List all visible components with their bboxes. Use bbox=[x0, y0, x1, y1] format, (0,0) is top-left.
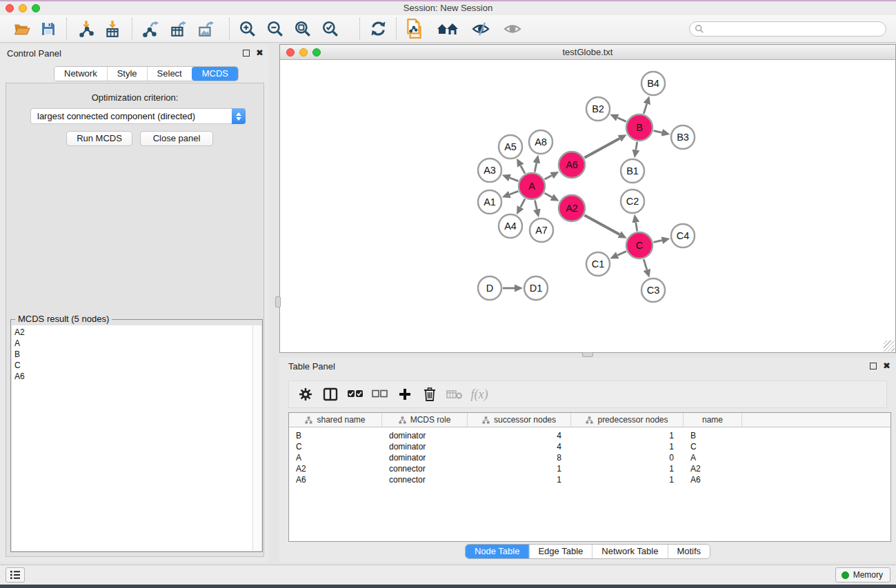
table-cell[interactable]: 1 bbox=[571, 474, 684, 485]
hide-panels-button[interactable] bbox=[471, 19, 490, 39]
export-network-button[interactable] bbox=[141, 19, 160, 39]
graph-node-C3[interactable]: C3 bbox=[641, 278, 665, 302]
table-cell[interactable]: A bbox=[289, 452, 382, 463]
zoom-selected-button[interactable] bbox=[321, 19, 340, 39]
graph-node-C[interactable]: C bbox=[626, 232, 653, 258]
graph-node-A7[interactable]: A7 bbox=[530, 219, 553, 242]
float-table-panel-icon[interactable] bbox=[870, 363, 877, 369]
table-cell[interactable]: 1 bbox=[571, 430, 684, 441]
table-row[interactable]: A2connector11A2 bbox=[289, 463, 890, 474]
table-cell[interactable]: A2 bbox=[684, 463, 742, 474]
graph-node-B2[interactable]: B2 bbox=[586, 97, 610, 121]
graph-node-B3[interactable]: B3 bbox=[671, 125, 695, 149]
table-cell[interactable]: 0 bbox=[571, 452, 684, 463]
deselect-all-button[interactable] bbox=[368, 384, 392, 405]
close-panel-button[interactable]: Close panel bbox=[140, 131, 213, 146]
graph-node-A4[interactable]: A4 bbox=[499, 214, 522, 238]
delete-row-button[interactable] bbox=[417, 384, 442, 405]
mcds-result-scrollbar[interactable] bbox=[252, 325, 261, 551]
close-panel-icon[interactable]: ✖ bbox=[256, 48, 263, 57]
graph-node-C4[interactable]: C4 bbox=[671, 224, 695, 247]
show-all-networks-button[interactable] bbox=[435, 19, 460, 39]
table-row[interactable]: Bdominator41B bbox=[289, 430, 890, 441]
tab-mcds[interactable]: MCDS bbox=[192, 67, 238, 81]
save-session-button[interactable] bbox=[39, 19, 58, 39]
export-image-button[interactable] bbox=[196, 19, 215, 39]
graph-node-B[interactable]: B bbox=[626, 114, 653, 141]
tab-network-table[interactable]: Network Table bbox=[592, 545, 667, 558]
table-cell[interactable]: connector bbox=[382, 474, 468, 485]
minimize-window-button[interactable] bbox=[19, 4, 27, 12]
close-table-panel-icon[interactable]: ✖ bbox=[883, 361, 890, 370]
table-cell[interactable]: 1 bbox=[571, 463, 684, 474]
table-cell[interactable]: dominator bbox=[382, 452, 468, 463]
table-cell[interactable]: A2 bbox=[289, 463, 382, 474]
graph-node-A2[interactable]: A2 bbox=[559, 195, 585, 221]
column-header-predecessor-nodes[interactable]: predecessor nodes bbox=[571, 413, 684, 427]
graph-node-D1[interactable]: D1 bbox=[524, 276, 548, 300]
select-all-button[interactable] bbox=[343, 384, 368, 405]
run-mcds-button[interactable]: Run MCDS bbox=[66, 131, 132, 146]
show-columns-button[interactable] bbox=[318, 384, 343, 405]
table-cell[interactable]: A6 bbox=[684, 474, 742, 485]
zoom-in-button[interactable] bbox=[238, 19, 257, 39]
float-panel-icon[interactable] bbox=[243, 50, 250, 57]
graph-node-A8[interactable]: A8 bbox=[529, 130, 552, 154]
tab-node-table[interactable]: Node Table bbox=[466, 545, 529, 558]
criterion-select[interactable]: largest connected component (directed) bbox=[30, 108, 246, 124]
graph-node-A3[interactable]: A3 bbox=[478, 159, 501, 182]
column-header-name[interactable]: name bbox=[684, 413, 742, 427]
open-session-button[interactable] bbox=[12, 19, 32, 39]
zoom-fit-button[interactable] bbox=[293, 19, 312, 39]
minimize-network-button[interactable] bbox=[299, 48, 308, 57]
table-cell[interactable]: C bbox=[289, 441, 382, 452]
close-window-button[interactable] bbox=[6, 4, 14, 12]
table-cell[interactable]: C bbox=[684, 441, 742, 452]
column-header-mcds-role[interactable]: MCDS role bbox=[382, 413, 468, 427]
table-row[interactable]: A6connector11A6 bbox=[289, 474, 890, 485]
tab-edge-table[interactable]: Edge Table bbox=[528, 545, 592, 558]
close-network-button[interactable] bbox=[286, 48, 295, 57]
table-cell[interactable]: A6 bbox=[289, 474, 382, 485]
tab-motifs[interactable]: Motifs bbox=[667, 545, 710, 558]
show-task-history-button[interactable] bbox=[6, 567, 25, 582]
table-cell[interactable]: dominator bbox=[382, 441, 468, 452]
window-resize-grip[interactable] bbox=[884, 341, 895, 352]
table-cell[interactable]: B bbox=[684, 430, 742, 441]
apply-layout-button[interactable] bbox=[368, 19, 388, 39]
table-cell[interactable]: 1 bbox=[571, 441, 684, 452]
table-cell[interactable]: 4 bbox=[468, 441, 571, 452]
mcds-result-item[interactable]: B bbox=[12, 349, 252, 360]
import-network-button[interactable] bbox=[77, 19, 96, 39]
zoom-out-button[interactable] bbox=[266, 19, 285, 39]
tab-network[interactable]: Network bbox=[54, 67, 107, 81]
search-field[interactable] bbox=[689, 21, 886, 37]
graph-node-B4[interactable]: B4 bbox=[641, 72, 665, 95]
horizontal-splitter-grip[interactable] bbox=[582, 352, 593, 357]
graph-node-A6[interactable]: A6 bbox=[559, 152, 585, 178]
table-cell[interactable]: B bbox=[289, 430, 382, 441]
graph-node-C1[interactable]: C1 bbox=[586, 252, 610, 276]
table-cell[interactable]: dominator bbox=[382, 430, 468, 441]
function-builder-button[interactable]: f(x) bbox=[467, 384, 492, 405]
mcds-result-item[interactable]: A bbox=[12, 338, 252, 349]
zoom-window-button[interactable] bbox=[32, 4, 40, 12]
table-cell[interactable]: connector bbox=[382, 463, 468, 474]
column-header-shared-name[interactable]: shared name bbox=[289, 413, 382, 427]
mcds-result-item[interactable]: C bbox=[12, 360, 252, 371]
table-cell[interactable]: A bbox=[684, 452, 742, 463]
table-row[interactable]: Cdominator41C bbox=[289, 441, 890, 452]
table-cell[interactable]: 1 bbox=[468, 474, 571, 485]
graph-node-A1[interactable]: A1 bbox=[478, 190, 501, 214]
table-cell[interactable]: 4 bbox=[468, 430, 571, 441]
tab-style[interactable]: Style bbox=[107, 67, 147, 81]
graph-node-A5[interactable]: A5 bbox=[499, 135, 522, 159]
column-header-successor-nodes[interactable]: successor nodes bbox=[468, 413, 571, 427]
import-table-button[interactable] bbox=[103, 19, 122, 39]
show-panels-button[interactable] bbox=[503, 19, 522, 39]
zoom-network-button[interactable] bbox=[312, 48, 321, 57]
tab-select[interactable]: Select bbox=[147, 67, 192, 81]
node-table[interactable]: shared nameMCDS rolesuccessor nodesprede… bbox=[288, 412, 891, 542]
graph-node-B1[interactable]: B1 bbox=[621, 159, 644, 183]
vertical-splitter-grip[interactable] bbox=[275, 296, 281, 307]
